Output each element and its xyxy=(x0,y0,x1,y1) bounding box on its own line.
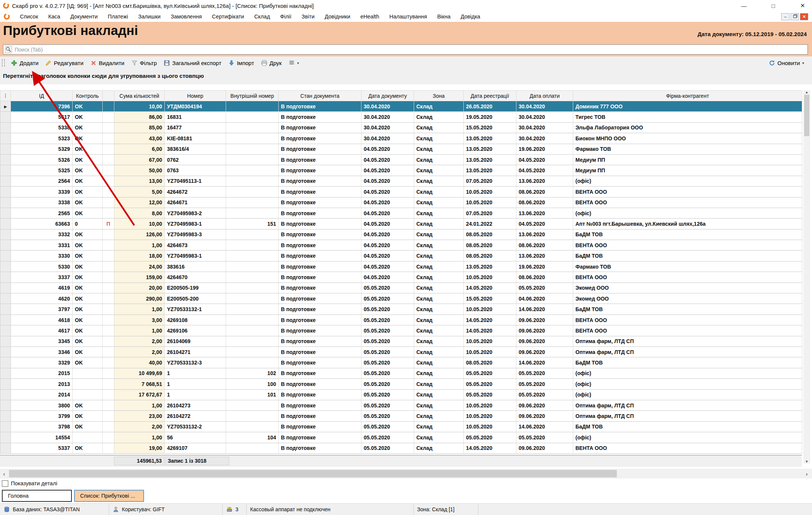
cell[interactable]: 50,00 xyxy=(114,165,165,176)
cell[interactable]: Склад xyxy=(414,336,464,346)
cell[interactable] xyxy=(103,443,114,453)
cell[interactable]: 04.05.2020 xyxy=(361,272,414,283)
cell[interactable]: 10.05.2020 xyxy=(464,346,516,357)
vertical-scrollbar[interactable]: ▲ ▼ xyxy=(803,90,810,463)
menu-item[interactable]: Звіти xyxy=(302,14,314,20)
cell[interactable] xyxy=(226,357,279,368)
cell[interactable]: 3345 xyxy=(11,336,73,346)
cell[interactable]: OK xyxy=(73,133,103,144)
cell[interactable]: YZ70495983-2 xyxy=(165,208,226,218)
cell[interactable]: В подготовке xyxy=(279,357,361,368)
cell[interactable]: Склад xyxy=(414,411,464,421)
cell[interactable]: 13.05.2020 xyxy=(464,133,516,144)
cell[interactable]: 6,00 xyxy=(114,144,165,154)
cell[interactable]: 09.06.2020 xyxy=(516,325,573,336)
cell[interactable]: 3331 xyxy=(11,240,73,251)
cell[interactable] xyxy=(103,229,114,240)
table-row[interactable]: 3331OK1,004264673В подготовке04.05.2020С… xyxy=(0,240,802,251)
cell[interactable] xyxy=(103,346,114,357)
cell[interactable]: 14.05.2020 xyxy=(464,443,516,453)
cell[interactable]: 05.05.2020 xyxy=(361,325,414,336)
cell[interactable]: 04.05.2020 xyxy=(361,144,414,154)
cell[interactable]: 15.05.2020 xyxy=(464,122,516,133)
cell[interactable]: 04.05.2020 xyxy=(361,240,414,251)
scroll-up-icon[interactable]: ▲ xyxy=(805,90,809,94)
cell[interactable]: OK xyxy=(73,346,103,357)
cell[interactable]: Склад xyxy=(414,283,464,293)
cell[interactable]: OK xyxy=(73,293,103,304)
cell[interactable]: 15.05.2020 xyxy=(464,293,516,304)
cell[interactable] xyxy=(103,197,114,208)
cell[interactable]: 04.05.2020 xyxy=(516,219,573,229)
cell[interactable]: Экомед ООО xyxy=(573,283,802,293)
cell[interactable]: БаДМ ТОВ xyxy=(573,421,802,432)
cell[interactable]: В подготовке xyxy=(279,443,361,453)
cell[interactable] xyxy=(226,336,279,346)
cell[interactable]: OK xyxy=(73,251,103,261)
cell[interactable]: 04.06.2020 xyxy=(516,293,573,304)
table-row[interactable]: 5617OK86,0016831В подготовке30.04.2020Ск… xyxy=(0,112,802,122)
cell[interactable] xyxy=(103,421,114,432)
row-indicator-header[interactable]: ⁞ xyxy=(0,91,11,101)
cell[interactable]: Склад xyxy=(414,304,464,314)
cell[interactable]: 10.05.2020 xyxy=(464,411,516,421)
cell[interactable]: 0762 xyxy=(165,154,226,165)
cell[interactable]: В подготовке xyxy=(279,379,361,389)
cell[interactable] xyxy=(103,432,114,443)
table-row[interactable]: 4618OK3,004269108В подготовке05.05.2020С… xyxy=(0,314,802,325)
cell[interactable]: ВЕНТА ООО xyxy=(573,325,802,336)
cell[interactable]: В подготовке xyxy=(279,187,361,197)
cell[interactable]: 0763 xyxy=(165,165,226,176)
table-row[interactable]: 5323OK43,00KIE-08181В подготовке30.04.20… xyxy=(0,133,802,144)
cell[interactable] xyxy=(226,154,279,165)
cell[interactable]: 08.06.2020 xyxy=(516,187,573,197)
cell[interactable]: Склад xyxy=(414,165,464,176)
cell[interactable]: Оптима фарм, ЛТД СП xyxy=(573,400,802,410)
cell[interactable]: 08.06.2020 xyxy=(516,272,573,283)
cell[interactable]: 05.05.2020 xyxy=(361,314,414,325)
cell[interactable] xyxy=(226,251,279,261)
print-button[interactable]: Друк xyxy=(258,58,285,68)
cell[interactable]: 3346 xyxy=(11,346,73,357)
cell[interactable]: Склад xyxy=(414,421,464,432)
cell[interactable]: ВЕНТА ООО xyxy=(573,197,802,208)
cell[interactable] xyxy=(103,314,114,325)
cell[interactable]: Экомед ООО xyxy=(573,293,802,304)
cell[interactable]: В подготовке xyxy=(279,251,361,261)
cell[interactable]: 4264672 xyxy=(165,187,226,197)
cell[interactable]: OK xyxy=(73,443,103,453)
cell[interactable]: 86,00 xyxy=(114,112,165,122)
cell[interactable]: 30.04.2020 xyxy=(361,112,414,122)
cell[interactable]: OK xyxy=(73,283,103,293)
add-button[interactable]: Додати xyxy=(8,58,42,68)
cell[interactable]: В подготовке xyxy=(279,176,361,186)
cell[interactable]: 19,00 xyxy=(114,443,165,453)
table-row[interactable]: 3800OK1,0026104273В подготовке05.05.2020… xyxy=(0,400,802,410)
cell[interactable] xyxy=(226,144,279,154)
cell[interactable]: 05.05.2020 xyxy=(516,379,573,389)
cell[interactable]: 4619 xyxy=(11,283,73,293)
cell[interactable]: В подготовке xyxy=(279,336,361,346)
cell[interactable]: 3797 xyxy=(11,304,73,314)
cell[interactable]: 43,00 xyxy=(114,133,165,144)
cell[interactable]: В подготовке xyxy=(279,314,361,325)
cell[interactable] xyxy=(103,112,114,122)
cell[interactable]: Склад xyxy=(414,240,464,251)
scroll-down-icon[interactable]: ▼ xyxy=(805,460,809,463)
cell[interactable] xyxy=(226,411,279,421)
tab-home[interactable]: Головна xyxy=(2,490,72,502)
cell[interactable]: В подготовке xyxy=(279,325,361,336)
cell[interactable]: Склад xyxy=(414,443,464,453)
menu-item[interactable]: Склад xyxy=(254,14,270,20)
column-header[interactable]: Фірма-контрагент xyxy=(573,91,802,101)
cell[interactable]: 13.06.2020 xyxy=(516,176,573,186)
cell[interactable]: YZ70495113-1 xyxy=(165,176,226,186)
cell[interactable]: 5,00 xyxy=(114,187,165,197)
column-header[interactable]: Дата реестрації xyxy=(464,91,516,101)
cell[interactable] xyxy=(103,304,114,314)
cell[interactable]: 08.06.2020 xyxy=(516,240,573,251)
export-button[interactable]: Загальний експорт xyxy=(160,58,225,68)
cell[interactable]: Апт №003 пгт.Барышевка, ул.Киевский шлях… xyxy=(573,219,802,229)
mdi-minimize-button[interactable]: – xyxy=(781,13,789,20)
table-row[interactable]: 3337OK159,004264670В подготовке04.05.202… xyxy=(0,272,802,283)
